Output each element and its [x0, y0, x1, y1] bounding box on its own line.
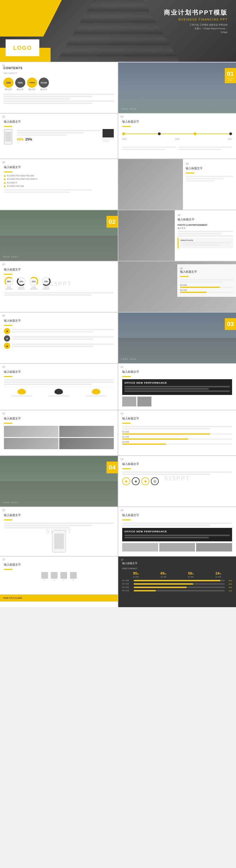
hero-section: LOGO 商业计划书PPT模版 BUSINESS FINANCING PPT 工…	[0, 0, 236, 62]
slide-number-12: 11	[121, 365, 123, 368]
wm-line1	[4, 523, 114, 524]
dot-4	[229, 132, 232, 135]
pct-line1	[17, 142, 20, 143]
hero-sub-title: BUSINESS FINANCING PPT	[164, 18, 228, 21]
icon-bullet2: ●	[4, 335, 114, 342]
dark-bar	[103, 129, 114, 137]
ti-line2	[122, 474, 210, 475]
donut-label-2: SECOND QUARTER	[16, 286, 26, 290]
pct-row: 68% 25%	[17, 137, 100, 144]
dpb-lab2: 输入标题	[122, 583, 132, 585]
stat-clab4: 输入标题	[215, 576, 222, 578]
ib-line1	[11, 329, 114, 330]
cloud-text3	[86, 395, 107, 397]
d-line1	[4, 292, 114, 293]
slide7-layout: 06 输入标题文字 PHOTO & ENTERTAINMENT 输入文字 REM…	[118, 210, 236, 261]
img-cell-3	[4, 438, 59, 449]
bottom-bar-text: YOUR TITLE SLIDES	[3, 597, 22, 599]
slide7-heading: 输入标题文字	[177, 218, 233, 221]
slide-number-13: 12	[2, 412, 5, 415]
ib-line4	[11, 338, 93, 340]
hw-line1	[180, 279, 233, 281]
slide3-content: 68% 25%	[4, 129, 114, 145]
note-box: REMOTE NOTE	[177, 238, 233, 248]
ti-icon2: ◈	[132, 477, 140, 485]
section01-num: 01	[225, 70, 236, 78]
dpb-row3: 输入标题 58%	[122, 586, 232, 589]
line-a3	[17, 134, 67, 136]
prog2-fill1	[122, 433, 210, 435]
tab-four: FOUR 输入文字	[39, 78, 49, 91]
prog-row2: 输入标题	[180, 289, 233, 293]
wm-line3	[4, 527, 70, 528]
ti-icon4: ◎	[151, 477, 159, 485]
dpb-fill3	[134, 587, 187, 588]
slide-section03: 03 2020 2021	[118, 313, 236, 363]
prog2-label2: 输入标题	[122, 436, 232, 438]
slide-text-icons: 515PPT 14 输入标题文字 ◉ ◈ ◆ ◎	[118, 456, 236, 506]
bullet4: 输入标题文字输入标题	[4, 185, 114, 187]
icon-text1	[11, 328, 114, 333]
donut-3: 21% THIRD QUARTER	[29, 277, 39, 290]
pe-line2	[177, 233, 222, 235]
slide14-heading: 输入标题文字	[122, 416, 232, 421]
slide8-heading: 输入标题文字	[4, 268, 114, 272]
slide-number-1: 01	[2, 64, 5, 67]
slide12-yellow-bar	[122, 376, 131, 377]
dpb-fill4	[134, 590, 156, 591]
slide-number-11: 10	[2, 365, 5, 368]
dpb-val1: 95%	[227, 580, 232, 582]
prog-row1: 输入标题	[180, 284, 233, 288]
slide-hands-writing: 08 输入标题文字 输入标题 输入标题	[118, 261, 236, 312]
dpb-track2	[134, 583, 225, 585]
slide13-heading: 输入标题文字	[4, 416, 114, 421]
s6-line2	[186, 178, 224, 179]
slide-photo-hands: 05 输入标题文字	[118, 159, 236, 210]
content-line-1	[3, 94, 114, 95]
slide-office-perf2: 16 输入标题文字 OFFICE NEW PERFORMANCE	[118, 507, 236, 556]
office-dark-box: OFFICE NEW PERFORMANCE	[122, 379, 232, 395]
donut-circle-1: 50%	[4, 277, 13, 286]
content-line-4	[3, 100, 114, 102]
slide-stats-dark: 18 输入标题文字 FONT CONTACT 95% 输入标题 65% 输入标题…	[118, 557, 236, 607]
year-2017: 2017	[228, 138, 232, 140]
bullet-dot4	[4, 186, 6, 187]
prog-label1: 输入标题	[180, 284, 233, 286]
slide7-text: 06 输入标题文字 PHOTO & ENTERTAINMENT 输入文字 REM…	[175, 210, 236, 261]
section02-num: 02	[106, 218, 118, 225]
tab-one-circle: ONE	[3, 78, 13, 88]
donut-label-1: FIRST QUARTER	[4, 286, 14, 290]
donut-2: 24% SECOND QUARTER	[16, 277, 26, 290]
stats-dark-row: 95% 输入标题 65% 输入标题 58% 输入标题 24% 输入标题	[122, 571, 232, 578]
slide3-heading: 输入标题文字	[4, 120, 114, 124]
cloud-item3	[78, 389, 114, 397]
yl-line2	[4, 381, 114, 383]
prog2-fill3	[122, 443, 166, 445]
yl-line3	[4, 384, 92, 385]
bullet3: 输入标题文字	[4, 182, 114, 184]
icon-bullet1: ★	[4, 328, 114, 334]
stat-num4: 24%	[215, 571, 222, 576]
tab-four-circle: FOUR	[39, 78, 49, 88]
bullet-dot3	[4, 182, 6, 184]
od-line1	[125, 386, 230, 388]
phone2-screen	[54, 533, 64, 549]
dpb-row1: 输入标题 95%	[122, 579, 232, 582]
slide-number-16: 15	[2, 509, 5, 512]
bi-icon3	[60, 572, 67, 579]
year-2015: 2015	[122, 138, 127, 140]
cloud-item1	[4, 389, 39, 397]
slide-icon-bottom: 17 输入标题文字	[0, 557, 118, 607]
pct-val1: 68%	[17, 137, 24, 142]
phone2-mockup	[52, 530, 66, 553]
bi-icon2	[51, 572, 58, 579]
slide-number-8: 07	[2, 263, 5, 266]
hw-line2	[180, 281, 223, 283]
dpb-track3	[134, 587, 225, 588]
stat-c4: 24% 输入标题	[215, 571, 222, 578]
line-seg-1	[125, 133, 158, 134]
bar-line	[103, 138, 114, 140]
off-img2	[137, 397, 151, 406]
bi-label3	[62, 580, 65, 581]
slide-icon-list: 04 输入标题文字 输入标题文字输入标题文字输入标题 输入标题文字输入标题文字输…	[0, 159, 118, 210]
